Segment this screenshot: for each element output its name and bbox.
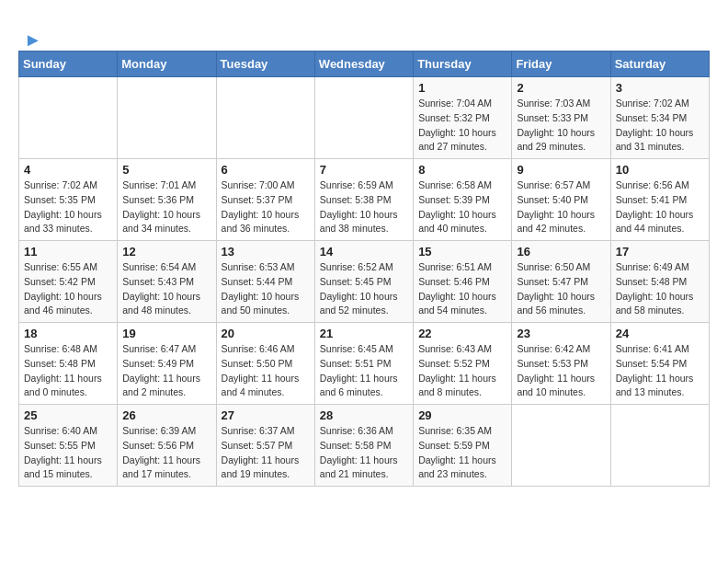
day-info: Sunrise: 6:54 AM Sunset: 5:43 PM Dayligh… [122,260,210,318]
day-info: Sunrise: 6:57 AM Sunset: 5:40 PM Dayligh… [517,178,605,236]
column-header-sunday: Sunday [19,52,118,77]
calendar-cell: 25Sunrise: 6:40 AM Sunset: 5:55 PM Dayli… [19,405,118,487]
day-number: 29 [418,408,506,422]
day-info: Sunrise: 7:03 AM Sunset: 5:33 PM Dayligh… [517,97,605,155]
day-number: 18 [24,327,112,340]
day-number: 24 [616,327,704,340]
calendar-cell: 28Sunrise: 6:36 AM Sunset: 5:58 PM Dayli… [314,405,413,487]
day-info: Sunrise: 6:51 AM Sunset: 5:46 PM Dayligh… [418,260,506,318]
day-number: 27 [222,408,310,422]
day-info: Sunrise: 6:56 AM Sunset: 5:41 PM Dayligh… [616,178,704,236]
page-header: ► [18,26,710,51]
day-number: 4 [24,163,112,177]
calendar-cell: 16Sunrise: 6:50 AM Sunset: 5:47 PM Dayli… [512,241,610,323]
day-number: 25 [24,408,112,422]
calendar-cell: 27Sunrise: 6:37 AM Sunset: 5:57 PM Dayli… [216,405,314,487]
calendar-header-row: SundayMondayTuesdayWednesdayThursdayFrid… [19,52,710,77]
calendar-cell: 11Sunrise: 6:55 AM Sunset: 5:42 PM Dayli… [19,241,118,323]
day-number: 20 [222,327,310,340]
calendar-week-1: 1Sunrise: 7:04 AM Sunset: 5:32 PM Daylig… [19,77,710,159]
day-info: Sunrise: 7:02 AM Sunset: 5:35 PM Dayligh… [24,178,112,236]
day-info: Sunrise: 6:53 AM Sunset: 5:44 PM Dayligh… [222,260,310,318]
day-number: 6 [222,163,310,177]
calendar-cell: 15Sunrise: 6:51 AM Sunset: 5:46 PM Dayli… [414,241,512,323]
day-info: Sunrise: 6:43 AM Sunset: 5:52 PM Dayligh… [418,342,506,400]
day-info: Sunrise: 6:48 AM Sunset: 5:48 PM Dayligh… [24,342,112,400]
calendar-cell: 2Sunrise: 7:03 AM Sunset: 5:33 PM Daylig… [512,77,610,159]
day-number: 15 [418,245,506,259]
day-info: Sunrise: 6:55 AM Sunset: 5:42 PM Dayligh… [24,260,112,318]
calendar-cell: 21Sunrise: 6:45 AM Sunset: 5:51 PM Dayli… [314,323,413,405]
calendar-week-5: 25Sunrise: 6:40 AM Sunset: 5:55 PM Dayli… [19,405,710,487]
day-info: Sunrise: 6:59 AM Sunset: 5:38 PM Dayligh… [320,178,408,236]
day-number: 1 [418,81,506,95]
column-header-wednesday: Wednesday [314,52,413,77]
day-info: Sunrise: 7:00 AM Sunset: 5:37 PM Dayligh… [222,178,310,236]
calendar-cell: 5Sunrise: 7:01 AM Sunset: 5:36 PM Daylig… [118,159,216,241]
calendar-cell: 8Sunrise: 6:58 AM Sunset: 5:39 PM Daylig… [414,159,512,241]
calendar-cell: 7Sunrise: 6:59 AM Sunset: 5:38 PM Daylig… [314,159,413,241]
calendar-cell [19,77,118,159]
day-number: 22 [418,327,506,340]
calendar-cell: 1Sunrise: 7:04 AM Sunset: 5:32 PM Daylig… [414,77,512,159]
day-number: 21 [320,327,408,340]
day-number: 28 [320,408,408,422]
calendar-cell: 13Sunrise: 6:53 AM Sunset: 5:44 PM Dayli… [216,241,314,323]
calendar-cell: 14Sunrise: 6:52 AM Sunset: 5:45 PM Dayli… [314,241,413,323]
day-number: 9 [517,163,605,177]
calendar-cell [610,405,709,487]
day-info: Sunrise: 6:35 AM Sunset: 5:59 PM Dayligh… [418,424,506,482]
day-number: 23 [517,327,605,340]
day-number: 2 [517,81,605,95]
calendar-cell: 10Sunrise: 6:56 AM Sunset: 5:41 PM Dayli… [610,159,709,241]
column-header-monday: Monday [118,52,216,77]
calendar-cell [216,77,314,159]
calendar-cell: 20Sunrise: 6:46 AM Sunset: 5:50 PM Dayli… [216,323,314,405]
day-number: 13 [222,245,310,259]
column-header-thursday: Thursday [414,52,512,77]
day-number: 8 [418,163,506,177]
calendar-cell: 3Sunrise: 7:02 AM Sunset: 5:34 PM Daylig… [610,77,709,159]
day-info: Sunrise: 7:04 AM Sunset: 5:32 PM Dayligh… [418,97,506,155]
day-number: 19 [122,327,210,340]
calendar-cell [512,405,610,487]
day-info: Sunrise: 6:39 AM Sunset: 5:56 PM Dayligh… [122,424,210,482]
calendar-cell [118,77,216,159]
calendar-cell: 9Sunrise: 6:57 AM Sunset: 5:40 PM Daylig… [512,159,610,241]
calendar-table: SundayMondayTuesdayWednesdayThursdayFrid… [18,51,710,487]
column-header-friday: Friday [512,52,610,77]
calendar-week-3: 11Sunrise: 6:55 AM Sunset: 5:42 PM Dayli… [19,241,710,323]
day-number: 17 [616,245,704,259]
day-info: Sunrise: 6:49 AM Sunset: 5:48 PM Dayligh… [616,260,704,318]
calendar-cell [314,77,413,159]
day-number: 26 [122,408,210,422]
day-info: Sunrise: 6:58 AM Sunset: 5:39 PM Dayligh… [418,178,506,236]
day-info: Sunrise: 6:45 AM Sunset: 5:51 PM Dayligh… [320,342,408,400]
logo-arrow-icon: ► [24,29,42,51]
calendar-cell: 26Sunrise: 6:39 AM Sunset: 5:56 PM Dayli… [118,405,216,487]
day-info: Sunrise: 6:46 AM Sunset: 5:50 PM Dayligh… [222,342,310,400]
calendar-body: 1Sunrise: 7:04 AM Sunset: 5:32 PM Daylig… [19,77,710,487]
day-number: 12 [122,245,210,259]
day-number: 5 [122,163,210,177]
calendar-cell: 19Sunrise: 6:47 AM Sunset: 5:49 PM Dayli… [118,323,216,405]
calendar-week-4: 18Sunrise: 6:48 AM Sunset: 5:48 PM Dayli… [19,323,710,405]
calendar-cell: 6Sunrise: 7:00 AM Sunset: 5:37 PM Daylig… [216,159,314,241]
day-info: Sunrise: 6:42 AM Sunset: 5:53 PM Dayligh… [517,342,605,400]
calendar-cell: 24Sunrise: 6:41 AM Sunset: 5:54 PM Dayli… [610,323,709,405]
calendar-cell: 17Sunrise: 6:49 AM Sunset: 5:48 PM Dayli… [610,241,709,323]
day-number: 11 [24,245,112,259]
column-header-saturday: Saturday [610,52,709,77]
day-info: Sunrise: 6:47 AM Sunset: 5:49 PM Dayligh… [122,342,210,400]
day-info: Sunrise: 6:36 AM Sunset: 5:58 PM Dayligh… [320,424,408,482]
calendar-week-2: 4Sunrise: 7:02 AM Sunset: 5:35 PM Daylig… [19,159,710,241]
day-number: 7 [320,163,408,177]
calendar-cell: 18Sunrise: 6:48 AM Sunset: 5:48 PM Dayli… [19,323,118,405]
calendar-cell: 4Sunrise: 7:02 AM Sunset: 5:35 PM Daylig… [19,159,118,241]
day-number: 14 [320,245,408,259]
column-header-tuesday: Tuesday [216,52,314,77]
day-number: 3 [616,81,704,95]
calendar-cell: 22Sunrise: 6:43 AM Sunset: 5:52 PM Dayli… [414,323,512,405]
calendar-cell: 23Sunrise: 6:42 AM Sunset: 5:53 PM Dayli… [512,323,610,405]
day-info: Sunrise: 6:41 AM Sunset: 5:54 PM Dayligh… [616,342,704,400]
